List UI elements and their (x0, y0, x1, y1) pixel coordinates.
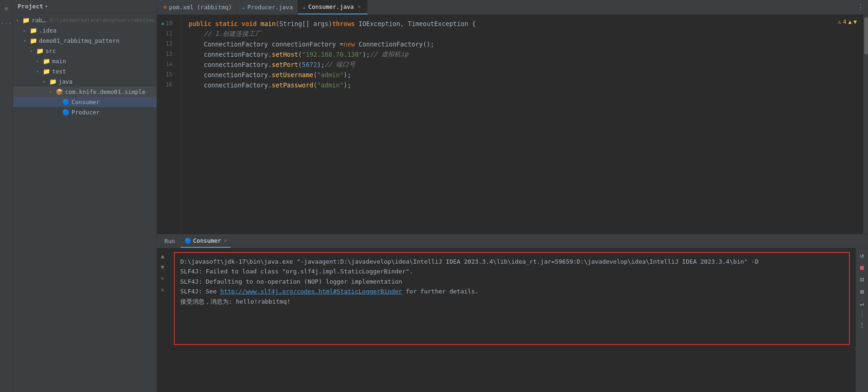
tree-item-label: rabbitmq (32, 17, 47, 24)
comment: // 虚拟机ip (370, 50, 408, 59)
consumer-tab-label: Consumer (193, 237, 221, 244)
tab-producer[interactable]: ☕ Producer.java (237, 0, 298, 14)
tab-pom[interactable]: m pom.xml (rabbitmq) (159, 0, 237, 14)
tree-item-pkg[interactable]: ▾ 📦 com.knife.demo01.simple (13, 86, 157, 97)
tree-item-label: test (52, 68, 66, 75)
tree-item-consumer[interactable]: ▸ 🔵 Consumer (13, 97, 157, 107)
console-right-toolbar: ↺ ■ ⊡ ⊞ ↵ ⋮ (855, 248, 868, 392)
project-panel-header[interactable]: Project ▾ (13, 0, 157, 13)
tab-close-button[interactable]: × (356, 4, 362, 10)
code-line-10: public static void main (String[] args) … (189, 19, 863, 29)
project-label: Project (18, 3, 43, 10)
tree-item-label: com.knife.demo01.simple (65, 88, 145, 95)
tree-item-label: main (52, 58, 66, 65)
expand-arrow-icon: ▾ (43, 79, 49, 84)
console-line-slf4j3: SLF4J: See http://www.slf4j.org/codes.ht… (180, 286, 843, 296)
bookmark-button[interactable]: ⊞ (857, 286, 867, 297)
tree-item-label: Producer (72, 109, 99, 116)
tab-more-button[interactable]: ⋮ (855, 2, 866, 13)
method-name: setPassword (272, 81, 313, 89)
folder-icon: 📁 (43, 58, 50, 65)
code-editor: ▶10 11 12 13 14 15 16 public static void (157, 15, 868, 234)
consumer-tab-icon: 🔵 (184, 238, 191, 244)
expand-arrow-icon: ▸ (23, 28, 30, 33)
line-numbers: ▶10 11 12 13 14 15 16 (157, 15, 181, 234)
warning-icon: ⚠ (838, 19, 841, 25)
scroll-down-button[interactable]: ▼ (158, 262, 167, 272)
tree-item-src[interactable]: ▾ 📁 src (13, 46, 157, 56)
tree-item-label: src (46, 47, 56, 54)
scroll-bottom-button[interactable]: ⇊ (158, 285, 167, 294)
tree-item-main[interactable]: ▸ 📁 main (13, 56, 157, 66)
comment: // 1.创建连接工厂 (204, 30, 262, 38)
line-num-13: 13 (157, 49, 176, 60)
bottom-tabs: Run 🔵 Consumer × (157, 234, 868, 248)
console-line-result: 接受消息，消息为: hello!rabbitmq! (180, 297, 843, 306)
slf4j-link[interactable]: http://www.slf4j.org/codes.html#StaticLo… (220, 288, 402, 295)
code-line-16: connectionFactory. setPassword ( "admin"… (189, 80, 863, 90)
consumer-tab-close-button[interactable]: × (224, 238, 227, 244)
line-num-16: 16 (157, 80, 176, 90)
warning-count-badge: ⚠ 4 ▲ ▼ (838, 19, 857, 25)
method-name: setPort (272, 61, 298, 68)
console-line-cmd: D:\javasoft\jdk-17\bin\java.exe "-javaag… (180, 257, 843, 266)
method-name: main (261, 20, 276, 27)
editor-tabs: m pom.xml (rabbitmq) ☕ Producer.java ☕ C… (157, 0, 868, 15)
stop-button[interactable]: ■ (857, 262, 867, 272)
number-literal: 5672 (302, 61, 317, 68)
tab-consumer[interactable]: ☕ Consumer.java × (298, 0, 368, 14)
scroll-top-button[interactable]: ⇈ (158, 273, 167, 283)
keyword: throws (332, 20, 355, 27)
console-line-slf4j1: SLF4J: Failed to load class "org.slf4j.i… (180, 266, 843, 276)
folder-icon: 📁 (49, 78, 57, 85)
console-output-box: D:\javasoft\jdk-17\bin\java.exe "-javaag… (174, 252, 850, 345)
project-panel: Project ▾ ▾ 📁 rabbitmq D:\javaworkplace\… (13, 0, 157, 392)
bottom-tab-consumer[interactable]: 🔵 Consumer × (181, 234, 231, 248)
tree-item-java[interactable]: ▾ 📁 java (13, 76, 157, 86)
java-file-icon: 🔵 (62, 99, 70, 106)
toolbar-icon-2[interactable]: ··· (2, 19, 11, 28)
left-toolbar: ≡ ··· (0, 0, 13, 392)
line-num-15: 15 (157, 70, 176, 80)
scroll-up-button[interactable]: ▲ (158, 251, 167, 260)
scrollbar-thumb[interactable] (864, 17, 868, 54)
tree-item-test[interactable]: ▾ 📁 test (13, 66, 157, 76)
tree-item-demo01[interactable]: ▾ 📁 demo01_rabbitmq_pattern (13, 35, 157, 46)
tree-item-label: Consumer (72, 99, 99, 106)
warning-count: 4 (843, 19, 846, 25)
expand-arrow-icon: ▾ (23, 38, 30, 43)
expand-arrow-icon: ▾ (16, 18, 22, 23)
screenshot-button[interactable]: ⊡ (857, 274, 867, 285)
tree-item-rabbitmq[interactable]: ▾ 📁 rabbitmq D:\javaworkplace\dongruan\r… (13, 15, 157, 25)
keyword: void (242, 20, 257, 27)
tree-item-idea[interactable]: ▸ 📁 .idea (13, 25, 157, 35)
expand-arrow-icon: ▸ (36, 59, 43, 64)
pom-tab-icon: m (164, 4, 167, 10)
code-line-14: connectionFactory. setPort ( 5672 ); // … (189, 60, 863, 70)
warning-chevron-up-icon[interactable]: ▲ (848, 19, 852, 25)
folder-icon: 📁 (36, 47, 44, 54)
rerun-button[interactable]: ↺ (857, 250, 867, 260)
folder-icon: 📁 (43, 68, 50, 75)
tree-item-label: java (59, 78, 72, 85)
bottom-tab-run[interactable]: Run (161, 234, 179, 248)
comment: // 端口号 (325, 60, 355, 69)
line-num-11: 11 (157, 29, 176, 39)
console-left-buttons: ▲ ▼ ⇈ ⇊ (157, 248, 168, 392)
soft-wrap-button[interactable]: ↵ (857, 299, 867, 309)
more-button[interactable]: ⋮ (857, 320, 867, 330)
tab-producer-label: Producer.java (247, 4, 293, 11)
warning-chevron-down-icon[interactable]: ▼ (854, 19, 857, 25)
method-name: setUsername (272, 71, 313, 79)
toolbar-icon-1[interactable]: ≡ (2, 4, 11, 13)
package-icon: 📦 (56, 88, 63, 95)
folder-icon: 📁 (30, 27, 37, 34)
expand-arrow-icon: ▾ (36, 69, 43, 74)
code-content[interactable]: public static void main (String[] args) … (181, 15, 863, 234)
tree-item-producer[interactable]: ▸ 🔵 Producer (13, 107, 157, 117)
method-name: setHost (272, 51, 298, 58)
tree-item-path: D:\javaworkplace\dongruan\rabbitmq (50, 17, 155, 23)
editor-scrollbar[interactable] (863, 15, 868, 234)
console-area[interactable]: D:\javasoft\jdk-17\bin\java.exe "-javaag… (168, 248, 855, 392)
java-tab-icon: ☕ (242, 4, 245, 11)
